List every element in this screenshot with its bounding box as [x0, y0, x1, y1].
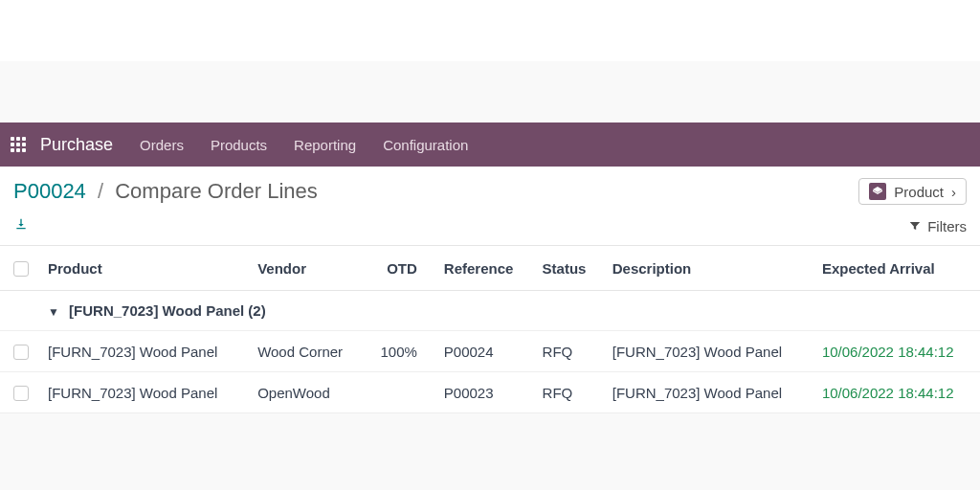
breadcrumb-current: Compare Order Lines	[115, 179, 318, 203]
col-reference[interactable]: Reference	[434, 246, 533, 291]
cell-otd	[364, 372, 434, 413]
breadcrumb-link[interactable]: P00024	[13, 179, 86, 203]
table-row[interactable]: [FURN_7023] Wood Panel OpenWood P00023 R…	[0, 372, 980, 413]
breadcrumb: P00024 / Compare Order Lines	[13, 179, 318, 204]
header-checkbox-cell	[0, 246, 38, 291]
menu-reporting[interactable]: Reporting	[294, 137, 356, 153]
group-label: [FURN_7023] Wood Panel (2)	[69, 302, 266, 319]
cell-product: [FURN_7023] Wood Panel	[38, 331, 248, 372]
main-menu: Orders Products Reporting Configuration	[140, 137, 468, 153]
filters-button[interactable]: Filters	[908, 218, 967, 234]
cell-status: RFQ	[533, 331, 603, 372]
menu-products[interactable]: Products	[211, 137, 267, 153]
toolbar-row: Filters	[0, 211, 980, 246]
filter-icon	[908, 219, 922, 233]
col-otd[interactable]: OTD	[364, 246, 434, 291]
menu-configuration[interactable]: Configuration	[383, 137, 468, 153]
order-lines-table: Product Vendor OTD Reference Status Desc…	[0, 246, 980, 413]
app-name[interactable]: Purchase	[40, 135, 113, 155]
cell-reference: P00024	[434, 331, 533, 372]
chevron-right-icon: ›	[951, 184, 956, 200]
cell-expected: 10/06/2022 18:44:12	[813, 331, 980, 372]
cell-reference: P00023	[434, 372, 533, 413]
row-checkbox[interactable]	[13, 345, 29, 360]
breadcrumb-separator: /	[98, 179, 103, 203]
table-header-row: Product Vendor OTD Reference Status Desc…	[0, 246, 980, 291]
cell-product: [FURN_7023] Wood Panel	[38, 372, 248, 413]
caret-down-icon: ▼	[48, 305, 59, 319]
filters-label: Filters	[927, 218, 967, 234]
download-icon[interactable]	[13, 216, 29, 235]
top-navbar: Purchase Orders Products Reporting Confi…	[0, 122, 980, 167]
select-all-checkbox[interactable]	[13, 261, 29, 277]
breadcrumb-row: P00024 / Compare Order Lines Product ›	[0, 167, 980, 211]
col-status[interactable]: Status	[533, 246, 603, 291]
col-vendor[interactable]: Vendor	[248, 246, 364, 291]
cell-status: RFQ	[533, 372, 603, 413]
col-description[interactable]: Description	[603, 246, 813, 291]
cell-description: [FURN_7023] Wood Panel	[603, 331, 813, 372]
view-group-button[interactable]: Product ›	[858, 178, 967, 205]
apps-icon[interactable]	[10, 136, 27, 153]
view-group-label: Product	[894, 184, 944, 200]
top-whitespace	[0, 0, 980, 61]
col-product[interactable]: Product	[38, 246, 248, 291]
group-row[interactable]: ▼ [FURN_7023] Wood Panel (2)	[0, 291, 980, 331]
cell-description: [FURN_7023] Wood Panel	[603, 372, 813, 413]
layers-icon	[869, 183, 886, 200]
cell-vendor: Wood Corner	[248, 331, 364, 372]
cell-otd: 100%	[364, 331, 434, 372]
col-expected[interactable]: Expected Arrival	[813, 246, 980, 291]
row-checkbox[interactable]	[13, 386, 29, 401]
cell-expected: 10/06/2022 18:44:12	[813, 372, 980, 413]
table-row[interactable]: [FURN_7023] Wood Panel Wood Corner 100% …	[0, 331, 980, 372]
cell-vendor: OpenWood	[248, 372, 364, 413]
menu-orders[interactable]: Orders	[140, 137, 184, 153]
